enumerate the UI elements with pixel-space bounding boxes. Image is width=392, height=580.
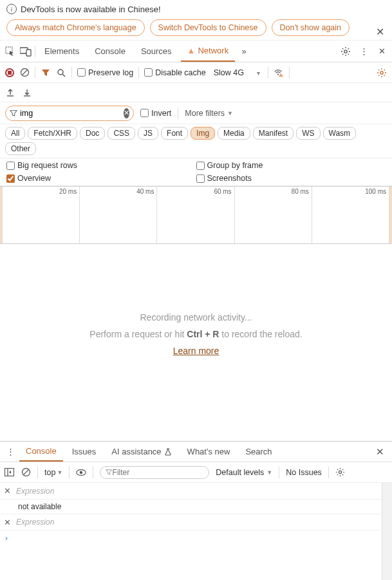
drawer-tabs: ⋮ Console Issues AI assistance What's ne… <box>0 442 392 462</box>
filter-input[interactable] <box>17 108 124 119</box>
timeline-overview[interactable]: 20 ms 40 ms 60 ms 80 ms 100 ms <box>0 186 392 244</box>
expression-placeholder[interactable]: Expression <box>16 518 54 527</box>
drawer-tab-ai[interactable]: AI assistance <box>105 442 178 462</box>
divider <box>35 67 35 79</box>
preserve-log-checkbox[interactable]: Preserve log <box>77 68 133 77</box>
drawer-tab-issues[interactable]: Issues <box>66 442 103 462</box>
svg-point-6 <box>58 70 63 75</box>
big-rows-checkbox[interactable]: Big request rows <box>6 161 196 170</box>
network-toolbar: Preserve log Disable cache Slow 4G▾ <box>0 62 392 83</box>
clear-icon[interactable] <box>19 68 30 78</box>
log-levels-select[interactable]: Default levels▼ <box>216 468 272 477</box>
chip-js[interactable]: JS <box>138 127 158 140</box>
close-devtools-icon[interactable]: ✕ <box>375 45 388 58</box>
empty-line1: Recording network activity... <box>140 312 252 323</box>
group-frame-checkbox[interactable]: Group by frame <box>196 161 386 170</box>
chip-font[interactable]: Font <box>161 127 188 140</box>
chip-doc[interactable]: Doc <box>80 127 105 140</box>
tab-sources[interactable]: Sources <box>135 41 178 62</box>
svg-line-13 <box>23 470 28 475</box>
disable-cache-checkbox[interactable]: Disable cache <box>144 68 206 77</box>
chip-media[interactable]: Media <box>218 127 250 140</box>
expression-placeholder[interactable]: Expression <box>16 487 54 496</box>
filter-funnel-icon <box>106 469 112 476</box>
overview-checkbox[interactable]: Overview <box>6 174 196 183</box>
search-icon[interactable] <box>56 68 66 78</box>
learn-more-link[interactable]: Learn more <box>173 346 219 356</box>
invert-checkbox[interactable]: Invert <box>140 109 171 118</box>
divider <box>328 467 329 478</box>
tab-network[interactable]: ▲ Network <box>181 41 236 62</box>
network-toolbar-2 <box>0 83 392 102</box>
throttling-select[interactable]: Slow 4G▾ <box>211 67 263 79</box>
network-settings-icon[interactable] <box>377 68 387 78</box>
console-settings-icon[interactable] <box>335 467 346 478</box>
match-language-button[interactable]: Always match Chrome's language <box>6 19 145 36</box>
drawer-close-icon[interactable]: ✕ <box>372 446 388 458</box>
expression-close-icon[interactable]: ✕ <box>4 518 11 527</box>
flask-icon <box>164 448 172 456</box>
import-har-icon[interactable] <box>22 88 32 98</box>
main-tab-bar: Elements Console Sources ▲ Network » ⋮ ✕ <box>0 41 392 62</box>
console-filter-input[interactable] <box>113 468 204 477</box>
divider <box>178 108 178 119</box>
tab-elements[interactable]: Elements <box>38 41 86 62</box>
device-icon[interactable] <box>19 45 32 58</box>
svg-rect-2 <box>26 50 31 56</box>
chip-css[interactable]: CSS <box>107 127 135 140</box>
chip-manifest[interactable]: Manifest <box>253 127 294 140</box>
info-close-icon[interactable]: ✕ <box>376 26 384 38</box>
drawer-tab-search[interactable]: Search <box>239 442 278 462</box>
more-filters-dropdown[interactable]: More filters▼ <box>185 109 233 118</box>
live-expression-icon[interactable] <box>76 467 86 478</box>
drawer-tab-whatsnew[interactable]: What's new <box>181 442 237 462</box>
filter-funnel-icon <box>10 108 17 118</box>
display-options: Big request rows Group by frame Overview… <box>0 158 392 186</box>
divider <box>69 467 70 478</box>
svg-point-8 <box>277 73 279 75</box>
divider <box>71 67 72 79</box>
drawer-kebab-icon[interactable]: ⋮ <box>4 445 17 458</box>
network-conditions-icon[interactable] <box>274 68 284 78</box>
context-select[interactable]: top▼ <box>44 468 62 477</box>
divider <box>138 67 139 79</box>
tab-console[interactable]: Console <box>88 41 132 62</box>
switch-chinese-button[interactable]: Switch DevTools to Chinese <box>150 19 266 36</box>
resource-type-chips: All Fetch/XHR Doc CSS JS Font Img Media … <box>0 124 392 158</box>
divider <box>93 467 93 478</box>
screenshots-checkbox[interactable]: Screenshots <box>196 174 386 183</box>
filter-clear-icon[interactable]: ✕ <box>124 108 129 118</box>
inspect-icon[interactable] <box>4 45 17 58</box>
scrollbar[interactable] <box>382 483 392 580</box>
chip-ws[interactable]: WS <box>296 127 320 140</box>
kebab-icon[interactable]: ⋮ <box>357 45 370 58</box>
settings-icon[interactable] <box>339 45 352 58</box>
empty-state: Recording network activity... Perform a … <box>0 244 392 424</box>
svg-line-5 <box>22 70 27 75</box>
no-issues-label[interactable]: No Issues <box>286 468 322 477</box>
expression-value: not available <box>0 500 382 514</box>
console-clear-icon[interactable] <box>21 467 31 478</box>
drawer-tab-console[interactable]: Console <box>19 442 63 462</box>
empty-line2: Perform a request or hit Ctrl + R to rec… <box>89 329 302 339</box>
chip-wasm[interactable]: Wasm <box>323 127 357 140</box>
console-toolbar: top▼ Default levels▼ No Issues <box>0 462 392 483</box>
divider <box>37 467 38 478</box>
svg-point-3 <box>344 50 347 52</box>
dont-show-button[interactable]: Don't show again <box>272 19 350 36</box>
export-har-icon[interactable] <box>5 88 15 98</box>
console-prompt[interactable]: › <box>0 530 382 546</box>
chip-other[interactable]: Other <box>5 142 36 155</box>
divider <box>279 467 279 478</box>
more-tabs-icon[interactable]: » <box>238 45 250 58</box>
filter-toggle-icon[interactable] <box>41 68 51 78</box>
record-button[interactable] <box>5 68 14 77</box>
warning-icon: ▲ <box>187 46 196 55</box>
expression-close-icon[interactable]: ✕ <box>4 486 11 496</box>
chip-fetch-xhr[interactable]: Fetch/XHR <box>28 127 77 140</box>
console-sidebar-icon[interactable] <box>4 467 14 478</box>
filter-input-wrap: ✕ <box>5 106 134 121</box>
chip-img[interactable]: Img <box>191 127 215 140</box>
svg-point-16 <box>339 471 342 473</box>
chip-all[interactable]: All <box>5 127 25 140</box>
